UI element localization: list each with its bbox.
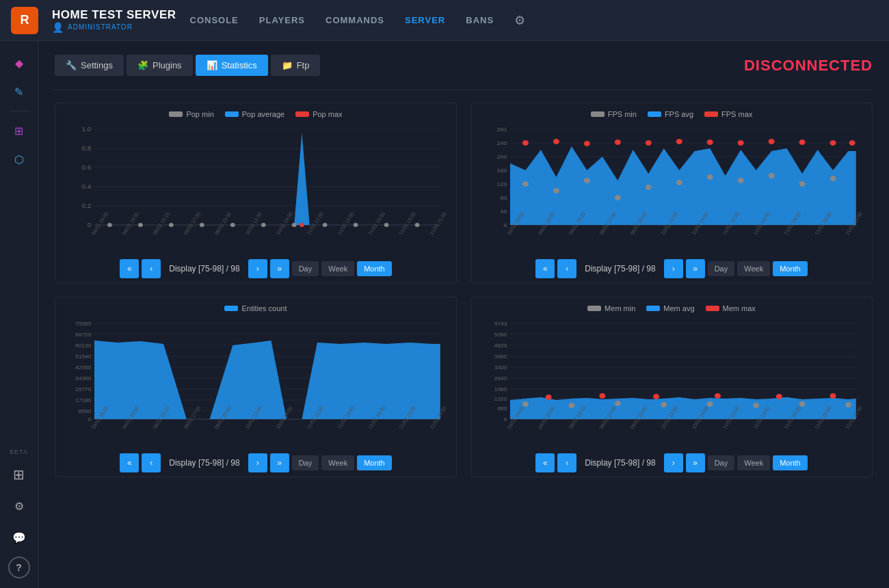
- sidebar-icon-discord[interactable]: 💬: [7, 525, 31, 550]
- plugins-button[interactable]: 🧩 Plugins: [127, 55, 193, 76]
- pop-pagination: « ‹ Display [75-98] / 98 › » Day Week Mo…: [64, 259, 448, 278]
- svg-text:120: 120: [496, 181, 507, 187]
- svg-text:660: 660: [497, 405, 507, 411]
- svg-text:75565: 75565: [75, 321, 92, 326]
- svg-text:11/02 16:00: 11/02 16:00: [367, 211, 386, 236]
- sidebar-icon-help[interactable]: ?: [8, 557, 30, 578]
- svg-text:11/02 19:00: 11/02 19:00: [397, 211, 417, 236]
- svg-point-151: [546, 395, 552, 400]
- svg-point-70: [676, 139, 682, 144]
- svg-point-23: [415, 223, 420, 227]
- mem-chart-area: 5743 5280 4620 3960 3300 2640 1980 1320 …: [479, 317, 864, 446]
- user-info: 👤 ADMINISTRATOR: [52, 22, 176, 33]
- fps-chart-card: FPS min FPS avg FPS max: [470, 103, 873, 283]
- fps-max-label: FPS max: [721, 110, 752, 118]
- connection-status: DISCONNECTED: [744, 57, 873, 75]
- svg-text:4620: 4620: [494, 343, 507, 348]
- svg-text:0: 0: [88, 416, 92, 422]
- nav-commands[interactable]: COMMANDS: [326, 15, 384, 25]
- fps-avg-dot: [648, 111, 661, 117]
- pop-first-btn[interactable]: «: [120, 259, 139, 278]
- mem-min-legend: Mem min: [587, 304, 635, 312]
- svg-marker-109: [94, 340, 440, 419]
- fps-week-btn[interactable]: Week: [737, 261, 770, 276]
- svg-text:11/02 14:00: 11/02 14:00: [336, 211, 356, 236]
- settings-gear-icon[interactable]: ⚙: [514, 13, 525, 28]
- fps-prev-btn[interactable]: ‹: [557, 259, 576, 278]
- fps-last-btn[interactable]: »: [686, 259, 705, 278]
- svg-point-60: [707, 174, 713, 180]
- entities-chart-card: Entities count 755: [55, 297, 457, 477]
- fps-max-legend: FPS max: [704, 110, 752, 118]
- mem-day-btn[interactable]: Day: [708, 455, 735, 470]
- nav-server[interactable]: SERVER: [405, 15, 445, 25]
- svg-text:3960: 3960: [494, 353, 507, 359]
- fps-chart-svg: 281 240 200 160 120 80 40 0: [479, 122, 864, 252]
- svg-point-148: [753, 403, 759, 408]
- mem-first-btn[interactable]: «: [535, 453, 555, 472]
- svg-point-146: [661, 402, 667, 407]
- pop-chart-svg: 1.0 0.8 0.6 0.4 0.2 0: [64, 122, 448, 252]
- nav-console[interactable]: CONSOLE: [190, 15, 239, 25]
- mem-month-btn[interactable]: Month: [773, 455, 808, 470]
- fps-min-legend: FPS min: [591, 110, 637, 118]
- svg-point-14: [138, 223, 143, 227]
- entities-next-btn[interactable]: ›: [248, 453, 267, 472]
- sidebar-icon-user-edit[interactable]: ✎: [7, 79, 31, 104]
- entities-legend: Entities count: [64, 304, 448, 312]
- pop-next-btn[interactable]: ›: [248, 259, 267, 278]
- mem-next-btn[interactable]: ›: [664, 453, 683, 472]
- nav-bans[interactable]: BANS: [466, 15, 494, 25]
- pop-last-btn[interactable]: »: [270, 259, 289, 278]
- sidebar-icon-layers[interactable]: ⊞: [7, 118, 31, 143]
- svg-point-143: [522, 401, 529, 407]
- entities-month-btn[interactable]: Month: [357, 455, 392, 470]
- svg-point-54: [522, 181, 529, 187]
- sidebar-icon-diamond[interactable]: ◆: [7, 51, 31, 75]
- pop-month-btn[interactable]: Month: [357, 261, 392, 276]
- svg-text:80: 80: [500, 194, 507, 200]
- pop-week-btn[interactable]: Week: [321, 261, 354, 276]
- fps-chart-area: 281 240 200 160 120 80 40 0: [479, 122, 864, 252]
- entities-last-btn[interactable]: »: [270, 453, 289, 472]
- sidebar-icon-package[interactable]: ⬡: [7, 147, 31, 172]
- svg-point-66: [553, 139, 559, 144]
- svg-point-68: [615, 139, 621, 145]
- mem-prev-btn[interactable]: ‹: [557, 453, 576, 472]
- fps-next-btn[interactable]: ›: [664, 259, 683, 278]
- fps-day-btn[interactable]: Day: [708, 261, 735, 276]
- sidebar-icon-settings[interactable]: ⚙: [7, 494, 31, 518]
- mem-week-btn[interactable]: Week: [737, 455, 770, 470]
- pop-day-btn[interactable]: Day: [292, 261, 319, 276]
- nav-players[interactable]: PLAYERS: [259, 15, 305, 25]
- fps-month-btn[interactable]: Month: [773, 261, 808, 276]
- mem-last-btn[interactable]: »: [686, 453, 705, 472]
- statistics-button[interactable]: 📊 Statistics: [196, 55, 268, 76]
- settings-button[interactable]: 🔧 Settings: [55, 55, 124, 76]
- svg-marker-142: [510, 397, 856, 419]
- entities-week-btn[interactable]: Week: [321, 455, 354, 470]
- entities-prev-btn[interactable]: ‹: [142, 453, 161, 472]
- pop-prev-btn[interactable]: ‹: [142, 259, 161, 278]
- main-layout: ◆ ✎ ⊞ ⬡ BETA ⊞ ⚙ 💬 ? 🔧 Settings 🧩 Plugin…: [0, 41, 889, 588]
- population-chart-card: Pop min Pop average Pop max: [55, 103, 457, 283]
- svg-point-55: [553, 188, 559, 193]
- entities-day-btn[interactable]: Day: [292, 455, 319, 470]
- ftp-button[interactable]: 📁 Ftp: [271, 55, 321, 76]
- svg-point-64: [830, 176, 836, 181]
- svg-point-145: [615, 401, 621, 406]
- mem-chart-svg: 5743 5280 4620 3960 3300 2640 1980 1320 …: [479, 317, 864, 446]
- svg-text:1.0: 1.0: [81, 126, 91, 133]
- svg-point-75: [830, 140, 836, 146]
- fps-first-btn[interactable]: «: [535, 259, 555, 278]
- svg-point-17: [230, 223, 235, 227]
- entities-first-btn[interactable]: «: [120, 453, 139, 472]
- pop-max-legend: Pop max: [295, 110, 342, 118]
- pop-avg-dot: [225, 111, 239, 117]
- svg-text:160: 160: [496, 167, 507, 173]
- svg-text:10/02 14:00: 10/02 14:00: [274, 211, 294, 236]
- sidebar-icon-beta-grid[interactable]: ⊞: [7, 462, 31, 487]
- mem-max-legend: Mem max: [706, 304, 756, 312]
- svg-text:200: 200: [496, 153, 507, 159]
- svg-point-62: [769, 173, 775, 178]
